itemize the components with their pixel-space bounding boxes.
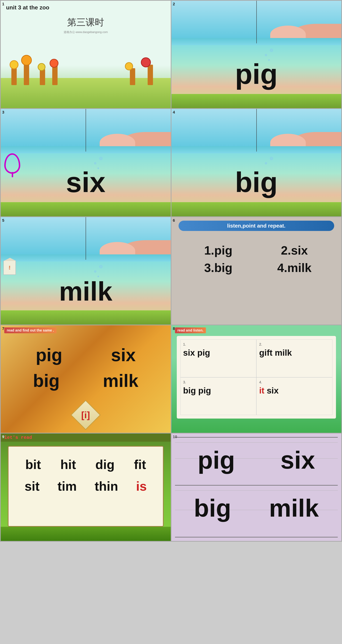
slide-2: 2 pig [172, 1, 342, 108]
slide8-cell1-words: six pig [183, 348, 210, 358]
slide-number-8: 8 [173, 326, 175, 331]
slide-number-6: 6 [173, 218, 175, 223]
slide8-cell4-words: it six [259, 386, 278, 395]
slide6-word-4: 4.milk [258, 261, 331, 275]
slide6-header: listen,point and repeat. [178, 221, 334, 231]
slide6-word-3: 3.big [182, 261, 254, 275]
slide-7: 7 read and find out the same . pig six b… [1, 325, 171, 433]
slide-number-2: 2 [173, 2, 175, 6]
slide1-title: unit 3 at the zoo [1, 1, 171, 11]
slide7-phonics-box: [i] [70, 400, 101, 430]
slide-number-1: 1 [2, 2, 4, 6]
slide7-row1: pig six [11, 345, 160, 365]
slide5-word: milk [1, 276, 171, 307]
slide9-thin: thin [95, 479, 118, 494]
slide8-cell3-words: big pig [183, 386, 211, 395]
slide-9: let's read 9 bit hit dig fit sit tim thi… [1, 434, 171, 541]
slide9-is: is [136, 479, 147, 494]
slide7-word-pig: pig [36, 345, 62, 365]
slide1-watermark: 道格办公-www.daogebangong.com [1, 30, 171, 34]
slide9-title: let's read [1, 434, 171, 442]
slide6-word-1: 1.pig [182, 244, 254, 257]
slide9-sit: sit [25, 479, 40, 494]
slide9-row2: sit tim thin is [16, 479, 156, 494]
slide-4: 4 big [172, 109, 342, 216]
slide-number-9: 9 [2, 434, 4, 439]
slide7-row2: big milk [11, 370, 160, 391]
slide7-phonics: [i] [81, 410, 90, 420]
slide-number-3: 3 [2, 110, 4, 114]
slide10-word-milk: milk [269, 494, 319, 522]
slide8-cell2-words: gift milk [259, 348, 292, 358]
slide8-cell2-num: 2. [259, 342, 330, 346]
slide9-hit: hit [60, 457, 76, 472]
slide8-cell-3: 3. big pig [180, 377, 256, 415]
slide10-word-pig: pig [198, 446, 235, 474]
slide-10: 10 pig six big milk [172, 434, 342, 541]
slide9-row1: bit hit dig fit [16, 457, 156, 472]
slide8-banner: read and listen. [175, 328, 206, 333]
slide10-word-big: big [194, 494, 231, 522]
slide4-word: big [172, 166, 342, 198]
slide1-subtitle: 第三课时 [1, 16, 171, 28]
slide-number-5: 5 [2, 218, 4, 223]
slide9-bit: bit [26, 457, 41, 472]
slide8-paper: 1. six pig 2. gift milk 3. big pig 4. it… [177, 336, 336, 418]
slide8-cell3-num: 3. [183, 380, 254, 384]
slide-8: 8 read and listen. 1. six pig 2. gift mi… [172, 325, 342, 433]
slide2-word: pig [172, 58, 342, 90]
slide-number-10: 10 [173, 434, 177, 439]
slide6-words: 1.pig 2.six 3.big 4.milk [172, 236, 342, 282]
slide3-word: six [1, 166, 171, 198]
slide9-dig: dig [96, 457, 114, 472]
slide8-grid: 1. six pig 2. gift milk 3. big pig 4. it… [180, 340, 332, 415]
slide7-word-big: big [33, 370, 60, 391]
slide8-cell1-num: 1. [183, 342, 254, 346]
slide-5: 5 MILK milk [1, 217, 171, 324]
slide-6: 6 listen,point and repeat. 1.pig 2.six 3… [172, 217, 342, 324]
slide7-word-milk: milk [103, 370, 138, 391]
slide7-words: pig six big milk [11, 340, 160, 396]
slide6-word-2: 2.six [258, 244, 331, 257]
slide-3: 3 six [1, 109, 171, 216]
slide-1: 1 unit 3 at the zoo 第三课时 道格办公-www.daogeb… [1, 1, 171, 108]
slide-number-4: 4 [173, 110, 175, 114]
slides-grid: 1 unit 3 at the zoo 第三课时 道格办公-www.daogeb… [0, 0, 342, 542]
slide10-word-six: six [280, 446, 315, 474]
slide7-banner: read and find out the same . [4, 328, 56, 333]
slide8-cell-1: 1. six pig [180, 340, 256, 377]
slide9-tim: tim [58, 479, 77, 494]
slide9-paper: bit hit dig fit sit tim thin is [8, 446, 164, 527]
slide8-cell4-num: 4. [259, 380, 330, 384]
slide9-fit: fit [134, 457, 146, 472]
slide8-cell-2: 2. gift milk [256, 340, 332, 377]
slide8-cell-4: 4. it six [256, 377, 332, 415]
slide-number-7: 7 [2, 326, 4, 331]
slide7-word-six: six [111, 345, 136, 365]
